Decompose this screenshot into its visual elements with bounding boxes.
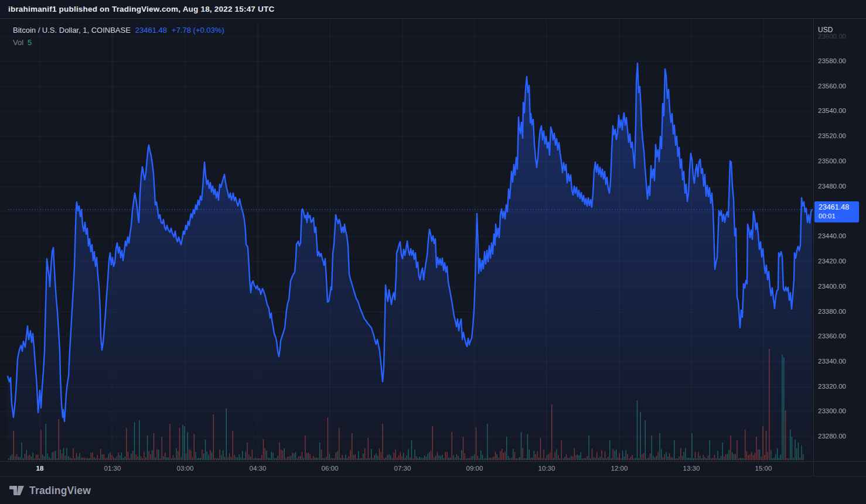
attribution-bar: ibrahimanif1 published on TradingView.co…	[0, 0, 866, 19]
tradingview-watermark-text: TradingView	[29, 485, 91, 497]
time-tick-label: 03:00	[177, 465, 194, 472]
time-tick-label: 07:30	[394, 465, 411, 472]
tradingview-logo-icon	[9, 484, 25, 498]
price-tick-label: 23580.00	[818, 57, 846, 64]
time-tick-label: 09:00	[466, 465, 483, 472]
price-tick-label: 23440.00	[818, 232, 846, 239]
chart-pane[interactable]	[0, 0, 866, 504]
tradingview-snapshot: ibrahimanif1 published on TradingView.co…	[0, 0, 866, 504]
time-tick-label: 15:00	[755, 465, 772, 472]
time-tick-label: 10:30	[538, 465, 555, 472]
price-tick-label: 23420.00	[818, 258, 846, 265]
time-tick-label: 12:00	[611, 465, 628, 472]
attribution-text: ibrahimanif1 published on TradingView.co…	[8, 5, 274, 13]
price-tick-label: 23380.00	[818, 308, 846, 315]
volume-indicator-label[interactable]: Vol	[13, 38, 23, 47]
volume-indicator-value: 5	[28, 38, 32, 47]
symbol-legend: Bitcoin / U.S. Dollar, 1, COINBASE 23461…	[13, 26, 224, 47]
price-tick-label: 23520.00	[818, 132, 846, 139]
price-tick-label: 23560.00	[818, 83, 846, 90]
price-tick-label: 23480.00	[818, 183, 846, 190]
price-tick-label: 23280.00	[818, 433, 846, 440]
time-tick-label: 18	[36, 465, 44, 472]
price-tick-label: 23540.00	[818, 107, 846, 114]
tradingview-watermark[interactable]: TradingView	[9, 484, 91, 498]
time-tick-label: 06:00	[322, 465, 339, 472]
time-tick-label: 04:30	[250, 465, 267, 472]
current-price-value: 23461.48	[819, 203, 859, 212]
price-change-value: +7.78 (+0.03%)	[172, 26, 224, 35]
price-tick-label: 23300.00	[818, 407, 846, 414]
time-tick-label: 13:30	[683, 465, 700, 472]
time-tick-label: 01:30	[104, 465, 121, 472]
price-tick-label: 23400.00	[818, 283, 846, 290]
price-tick-label: 23340.00	[818, 358, 846, 365]
price-tick-label: 23500.00	[818, 157, 846, 164]
current-price-badge: 23461.48 00:01	[814, 201, 859, 222]
price-tick-label: 23360.00	[818, 332, 846, 340]
last-price-value: 23461.48	[135, 26, 167, 35]
price-tick-label: 23320.00	[818, 383, 846, 390]
symbol-title[interactable]: Bitcoin / U.S. Dollar, 1, COINBASE	[13, 26, 131, 35]
price-axis-faded-label: 23600.00	[818, 33, 846, 40]
bar-countdown: 00:01	[819, 212, 859, 221]
